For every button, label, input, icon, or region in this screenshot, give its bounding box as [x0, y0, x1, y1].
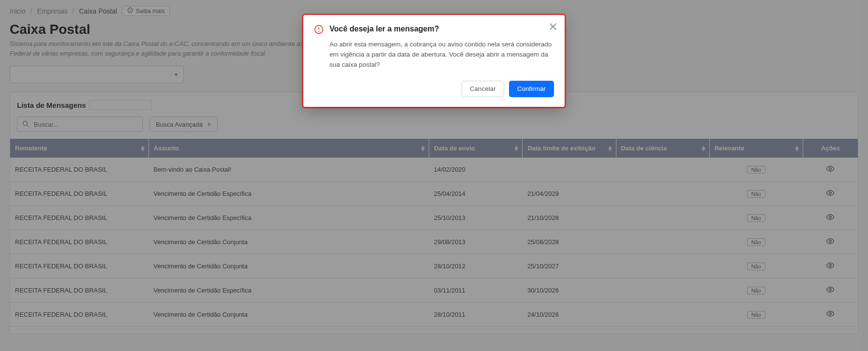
modal-close-button[interactable]	[548, 22, 558, 31]
warning-icon	[314, 25, 324, 36]
confirm-read-modal: Você deseja ler a mensagem? Ao abrir est…	[303, 15, 565, 107]
modal-title: Você deseja ler a mensagem?	[329, 25, 439, 33]
cancel-button[interactable]: Cancelar	[462, 81, 504, 97]
modal-body: Ao abrir esta mensagem, a cobrança ou av…	[314, 40, 554, 70]
close-icon	[548, 25, 558, 33]
confirm-button[interactable]: Confirmar	[509, 81, 554, 97]
modal-highlight: Você deseja ler a mensagem? Ao abrir est…	[302, 14, 566, 108]
modal-overlay: Você deseja ler a mensagem? Ao abrir est…	[0, 0, 868, 351]
svg-point-28	[318, 31, 319, 32]
